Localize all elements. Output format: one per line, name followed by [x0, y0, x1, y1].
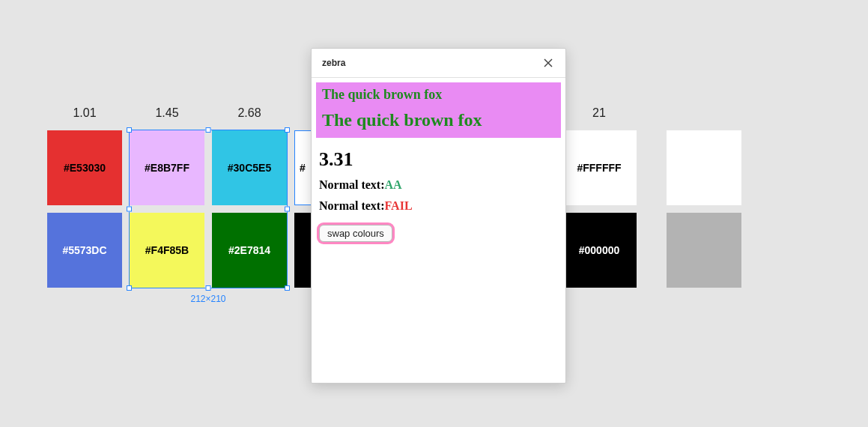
swatch-hex-partial: # — [300, 162, 306, 174]
resize-handle-top-mid[interactable] — [206, 127, 211, 133]
sample-text-small: The quick brown fox — [322, 87, 555, 103]
contrast-ratio-label: 2.68 — [212, 106, 287, 120]
resize-handle-mid-left[interactable] — [127, 207, 132, 212]
resize-handle-mid-right[interactable] — [285, 207, 290, 212]
result-label: Normal text: — [319, 199, 385, 212]
result-value-fail: FAIL — [385, 199, 413, 212]
swatch-e53030[interactable]: #E53030 — [47, 130, 122, 205]
close-button[interactable] — [541, 56, 555, 70]
normal-text-aa-result: Normal text:AA — [319, 178, 561, 192]
design-canvas[interactable]: 1.01 #E53030 #5573DC 1.45 #E8B7FF #F4F85… — [0, 0, 868, 427]
swatch-hex: #5573DC — [62, 244, 106, 256]
panel-title: zebra — [322, 58, 345, 68]
swatch-hex: #E8B7FF — [145, 162, 189, 174]
swatch-ffffff[interactable]: #FFFFFF — [562, 130, 637, 205]
resize-handle-bottom-mid[interactable] — [206, 285, 211, 291]
sample-text-large: The quick brown fox — [322, 110, 555, 130]
swatch-e8b7ff[interactable]: #E8B7FF — [130, 130, 204, 205]
contrast-ratio-label: 1.45 — [130, 106, 204, 120]
swatch-hex: #F4F85B — [145, 244, 189, 256]
contrast-ratio-label: 21 — [562, 106, 637, 120]
close-icon — [543, 58, 553, 68]
swatch-grey-blank[interactable] — [667, 213, 741, 288]
swatch-hex: #000000 — [579, 244, 620, 256]
swatch-white-blank[interactable] — [667, 130, 741, 205]
contrast-ratio-label: 1.01 — [47, 106, 122, 120]
result-label: Normal text: — [319, 178, 385, 191]
swatch-30c5e5[interactable]: #30C5E5 — [212, 130, 287, 205]
selection-dimensions: 212×210 — [190, 294, 225, 304]
swatch-f4f85b[interactable]: #F4F85B — [130, 213, 204, 288]
panel-body: The quick brown fox The quick brown fox … — [312, 78, 565, 246]
swatch-hex: #FFFFFF — [577, 162, 621, 174]
result-value-pass: AA — [385, 178, 402, 191]
swatch-hex: #30C5E5 — [228, 162, 271, 174]
contrast-sample: The quick brown fox The quick brown fox — [316, 82, 561, 138]
panel-header: zebra — [312, 49, 565, 78]
plugin-panel: zebra The quick brown fox The quick brow… — [311, 48, 566, 384]
swap-colours-button[interactable]: swap colours — [319, 225, 392, 242]
contrast-ratio-value: 3.31 — [319, 148, 561, 171]
swatch-000000[interactable]: #000000 — [562, 213, 637, 288]
swatch-hex: #E53030 — [64, 162, 106, 174]
swatch-2e7814[interactable]: #2E7814 — [212, 213, 287, 288]
normal-text-aaa-result: Normal text:FAIL — [319, 199, 561, 213]
swatch-5573dc[interactable]: #5573DC — [47, 213, 122, 288]
swatch-hex: #2E7814 — [228, 244, 270, 256]
